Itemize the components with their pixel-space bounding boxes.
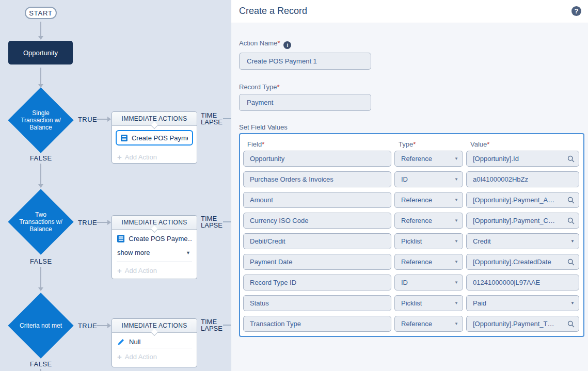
value-box[interactable]: 01241000000jL97AAE ▼	[466, 275, 579, 291]
value-box[interactable]: a0I41000002HbZz ▼	[466, 171, 579, 187]
false-label: FALSE	[30, 360, 52, 368]
search-icon[interactable]	[567, 197, 575, 204]
type-column-header: Type*	[394, 140, 463, 148]
connector-line	[40, 369, 41, 371]
connector-arrow	[40, 22, 41, 36]
value-box[interactable]: Paid ▼	[466, 295, 579, 311]
record-action-icon	[121, 134, 128, 142]
true-label: TRUE	[78, 116, 97, 123]
decision-node-single-transaction[interactable]: Single Transaction w/ Balance	[8, 87, 74, 153]
required-asterisk: *	[487, 140, 489, 148]
type-value-text: Picklist	[401, 299, 422, 307]
value-box[interactable]: [Opportunity].Payment_C… ▼	[466, 213, 579, 229]
action-item-create-pos-payment[interactable]: Create POS Payme…	[116, 130, 193, 146]
type-select[interactable]: Reference ▼	[394, 316, 463, 332]
type-select[interactable]: Picklist ▼	[394, 295, 463, 311]
required-asterisk: *	[262, 140, 264, 148]
type-value-text: Reference	[401, 320, 432, 328]
create-record-panel: Create a Record ? Action Name*i Create P…	[231, 0, 588, 371]
field-name-text: Amount	[250, 196, 273, 204]
value-box[interactable]: [Opportunity].Payment_T… ▼	[466, 316, 579, 332]
plus-icon: +	[117, 154, 122, 160]
help-icon[interactable]: ?	[571, 6, 581, 16]
plus-icon: +	[117, 353, 122, 360]
column-label: Type	[399, 140, 413, 148]
field-input[interactable]: Amount	[243, 192, 391, 208]
value-text: Credit	[473, 237, 491, 245]
decision-node-criteria-not-met[interactable]: Criteria not met	[8, 293, 74, 359]
field-input[interactable]: Status	[243, 295, 391, 311]
field-input[interactable]: Debit/Credit	[243, 233, 391, 249]
value-box[interactable]: [Opportunity].Id ▼	[466, 151, 579, 167]
field-input[interactable]: Opportunity	[243, 151, 391, 167]
type-value-text: Picklist	[401, 237, 422, 245]
add-action-button[interactable]: + Add Action	[112, 149, 197, 166]
search-icon[interactable]	[567, 320, 575, 328]
search-icon[interactable]	[567, 259, 575, 266]
info-icon[interactable]: i	[283, 41, 291, 49]
type-select[interactable]: ID ▼	[394, 275, 463, 291]
field-input[interactable]: Transaction Type	[243, 316, 391, 332]
required-asterisk: *	[277, 39, 280, 47]
record-type-input[interactable]: Payment	[239, 94, 371, 111]
field-input[interactable]: Currency ISO Code	[243, 213, 391, 229]
decision-label: Single Transaction w/ Balance	[8, 87, 74, 153]
field-name-text: Payment Date	[250, 258, 292, 266]
start-node: START	[25, 7, 57, 19]
chevron-down-icon: ▼	[454, 156, 458, 161]
add-action-button[interactable]: + Add Action	[112, 262, 197, 280]
field-value-row: Transaction Type Reference ▼ [Opportunit…	[243, 316, 579, 332]
decision-line: Balance	[29, 124, 52, 131]
type-select[interactable]: Reference ▼	[394, 254, 463, 270]
field-value-row: Opportunity Reference ▼ [Opportunity].Id…	[243, 151, 579, 167]
type-select[interactable]: Reference ▼	[394, 213, 463, 229]
show-more-toggle[interactable]: show more ▼	[112, 245, 197, 262]
field-values-table: Field* Type* Value* Opportunity Referenc…	[239, 133, 584, 337]
plus-icon: +	[117, 267, 122, 274]
add-action-label: Add Action	[125, 153, 157, 161]
type-select[interactable]: Reference ▼	[394, 192, 463, 208]
immediate-actions-box-2: IMMEDIATE ACTIONS Create POS Payme… show…	[112, 215, 197, 279]
value-text: 01241000000jL97AAE	[473, 279, 540, 286]
type-select[interactable]: Picklist ▼	[394, 233, 463, 249]
action-item-label: Create POS Payme…	[129, 235, 192, 243]
chevron-down-icon: ▼	[570, 301, 575, 305]
value-text: [Opportunity].Payment_A…	[473, 196, 554, 204]
label-text: Record Type	[239, 83, 277, 91]
connector-arrow	[97, 119, 107, 120]
value-box[interactable]: [Opportunity].CreatedDate ▼	[466, 254, 579, 270]
field-input[interactable]: Purchase Orders & Invoices	[243, 171, 391, 187]
decision-line: Criteria not met	[20, 322, 62, 329]
field-values-rows: Opportunity Reference ▼ [Opportunity].Id…	[243, 151, 579, 332]
label-text: Action Name	[239, 39, 277, 47]
decision-node-two-transactions[interactable]: Two Transactions w/ Balance	[8, 189, 74, 255]
time-lapse-label: TIME LAPSE	[201, 112, 223, 125]
search-icon[interactable]	[567, 155, 575, 163]
field-name-text: Debit/Credit	[250, 237, 285, 245]
value-text: a0I41000002HbZz	[473, 175, 528, 183]
type-select[interactable]: Reference ▼	[394, 151, 463, 167]
required-asterisk: *	[277, 83, 279, 91]
time-lapse-label: TIME LAPSE	[201, 215, 223, 229]
value-box[interactable]: [Opportunity].Payment_A… ▼	[466, 192, 579, 208]
value-text: [Opportunity].Payment_T…	[473, 320, 554, 328]
time-lapse-label: TIME LAPSE	[201, 318, 223, 332]
value-box[interactable]: Credit ▼	[466, 233, 579, 249]
field-input[interactable]: Payment Date	[243, 254, 391, 270]
trigger-node-opportunity[interactable]: Opportunity	[8, 41, 73, 64]
add-action-button[interactable]: + Add Action	[112, 348, 197, 366]
process-canvas: START Opportunity Single Transaction w/ …	[0, 0, 231, 371]
chevron-down-icon: ▼	[454, 177, 458, 182]
type-value-text: ID	[401, 175, 408, 183]
column-label: Field	[247, 140, 262, 148]
value-text: [Opportunity].Id	[473, 155, 519, 163]
immediate-actions-box-1: IMMEDIATE ACTIONS Create POS Payme… + Ad…	[112, 111, 197, 164]
type-select[interactable]: ID ▼	[394, 171, 463, 187]
decision-line: Two	[35, 211, 46, 218]
decision-label: Two Transactions w/ Balance	[8, 189, 74, 255]
field-input[interactable]: Record Type ID	[243, 275, 391, 291]
column-label: Value	[470, 140, 487, 148]
field-value-row: Record Type ID ID ▼ 01241000000jL97AAE ▼	[243, 275, 579, 291]
search-icon[interactable]	[567, 217, 575, 224]
action-name-input[interactable]: Create POS Payment 1	[239, 53, 371, 70]
